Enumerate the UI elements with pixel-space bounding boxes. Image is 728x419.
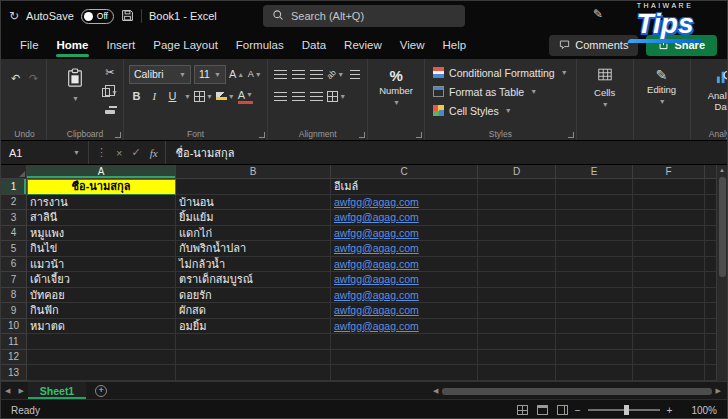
copy-icon[interactable]: ▼ [102, 83, 118, 101]
cell-B9[interactable]: ผักสด [176, 303, 331, 319]
cell-F6[interactable] [633, 257, 705, 273]
sheet-tab-sheet1[interactable]: Sheet1 [28, 382, 86, 399]
align-center-button[interactable] [291, 87, 306, 105]
zoom-level[interactable]: 100% [691, 405, 717, 416]
cell-F12[interactable] [633, 350, 705, 366]
cell-E5[interactable] [556, 241, 633, 257]
cell-D13[interactable] [478, 365, 556, 381]
cell-E8[interactable] [556, 288, 633, 304]
cell-E11[interactable] [556, 334, 633, 350]
row-header-5[interactable]: 5 [1, 241, 27, 257]
zoom-out-button[interactable]: − [575, 405, 581, 416]
name-box[interactable]: A1 ▼ [1, 141, 89, 164]
cell-A5[interactable]: กินไข่ [27, 241, 176, 257]
cell-D10[interactable] [478, 319, 556, 335]
number-dialog-launcher[interactable] [416, 132, 422, 138]
cell-C5[interactable]: awfgg@agag.com [331, 241, 478, 257]
cell-D2[interactable] [478, 195, 556, 211]
cell-F11[interactable] [633, 334, 705, 350]
cell-E12[interactable] [556, 350, 633, 366]
cell-A6[interactable]: แมวน้า [27, 257, 176, 273]
align-left-button[interactable] [273, 87, 288, 105]
cell-F5[interactable] [633, 241, 705, 257]
cell-A1[interactable]: ชื่อ-นามสกุล [27, 179, 176, 195]
cell-F13[interactable] [633, 365, 705, 381]
alignment-dialog-launcher[interactable] [359, 132, 365, 138]
save-icon[interactable] [121, 9, 134, 24]
clipboard-dialog-launcher[interactable] [115, 132, 121, 138]
cell-E2[interactable] [556, 195, 633, 211]
cell-E1[interactable] [556, 179, 633, 195]
font-name-select[interactable]: Calibri▼ [129, 65, 191, 84]
cell-F9[interactable] [633, 303, 705, 319]
email-link[interactable]: awfgg@agag.com [334, 227, 419, 239]
cell-F1[interactable] [633, 179, 705, 195]
row-header-12[interactable]: 12 [1, 350, 27, 366]
cell-C13[interactable] [331, 365, 478, 381]
cell-C8[interactable]: awfgg@agag.com [331, 288, 478, 304]
cell-F2[interactable] [633, 195, 705, 211]
cell-B3[interactable]: ยิ้มแย้ม [176, 210, 331, 226]
cell-C11[interactable] [331, 334, 478, 350]
cell-D12[interactable] [478, 350, 556, 366]
row-header-11[interactable]: 11 [1, 334, 27, 350]
fill-color-button[interactable]: ▼ [216, 87, 235, 105]
font-size-select[interactable]: 11▼ [194, 65, 226, 84]
tab-view[interactable]: View [391, 33, 434, 57]
cell-B1[interactable] [176, 179, 331, 195]
italic-button[interactable]: I [147, 87, 162, 105]
orientation-button[interactable]: ab▼ [327, 65, 344, 83]
row-header-4[interactable]: 4 [1, 226, 27, 242]
cell-B7[interactable]: ตราเด็กสมบูรณ์ [176, 272, 331, 288]
cell-B5[interactable]: กับพริกน้ำปลา [176, 241, 331, 257]
zoom-slider-knob[interactable] [624, 405, 629, 415]
redo-button[interactable]: ↷ [26, 69, 41, 87]
email-link[interactable]: awfgg@agag.com [334, 304, 419, 316]
paste-button[interactable]: ▼ [52, 63, 98, 121]
cell-A3[interactable]: สาลินี [27, 210, 176, 226]
cell-D3[interactable] [478, 210, 556, 226]
cancel-icon[interactable]: × [116, 147, 122, 159]
horizontal-scrollbar[interactable]: ◀ ▶ [433, 386, 721, 396]
pen-icon[interactable]: ✎ [593, 7, 603, 21]
cell-C1[interactable]: อีเมล์ [331, 179, 478, 195]
formula-input[interactable]: ชื่อ-นามสกุล [166, 144, 235, 162]
align-bottom-button[interactable] [309, 65, 324, 83]
drag-dots-icon[interactable]: ⋮ [96, 146, 107, 159]
cell-A11[interactable] [27, 334, 176, 350]
editing-button[interactable]: ✎ Editing ▼ [639, 63, 685, 105]
cell-D9[interactable] [478, 303, 556, 319]
cell-B10[interactable]: อมยิ้ม [176, 319, 331, 335]
cell-A2[interactable]: การงาน [27, 195, 176, 211]
row-header-9[interactable]: 9 [1, 303, 27, 319]
cell-F10[interactable] [633, 319, 705, 335]
row-header-10[interactable]: 10 [1, 319, 27, 335]
column-header-B[interactable]: B [176, 165, 331, 179]
page-break-view-icon[interactable] [557, 405, 568, 415]
scroll-up-icon[interactable]: ▲ [719, 167, 725, 173]
cell-C12[interactable] [331, 350, 478, 366]
tab-insert[interactable]: Insert [97, 33, 144, 57]
row-header-6[interactable]: 6 [1, 257, 27, 273]
row-header-7[interactable]: 7 [1, 272, 27, 288]
email-link[interactable]: awfgg@agag.com [334, 289, 419, 301]
font-color-button[interactable]: A▼ [238, 89, 253, 104]
cell-B4[interactable]: แดกไก่ [176, 226, 331, 242]
cell-styles-button[interactable]: Cell Styles▼ [430, 101, 571, 120]
align-top-button[interactable] [273, 65, 288, 83]
bold-button[interactable]: B [129, 87, 144, 105]
email-link[interactable]: awfgg@agag.com [334, 320, 419, 332]
tab-page-layout[interactable]: Page Layout [144, 33, 227, 57]
underline-button[interactable]: U [165, 87, 180, 105]
column-header-E[interactable]: E [556, 165, 633, 179]
new-sheet-button[interactable]: + [95, 385, 107, 397]
conditional-formatting-button[interactable]: Conditional Formatting▼ [430, 63, 571, 82]
tab-data[interactable]: Data [293, 33, 335, 57]
font-dialog-launcher[interactable] [259, 132, 265, 138]
cell-E3[interactable] [556, 210, 633, 226]
undo-button[interactable]: ↶ [8, 69, 23, 87]
tab-home[interactable]: Home [48, 33, 98, 57]
sheet-nav-right-icon[interactable]: ▶ [18, 387, 23, 395]
enter-icon[interactable]: ✓ [131, 146, 140, 159]
cell-D5[interactable] [478, 241, 556, 257]
